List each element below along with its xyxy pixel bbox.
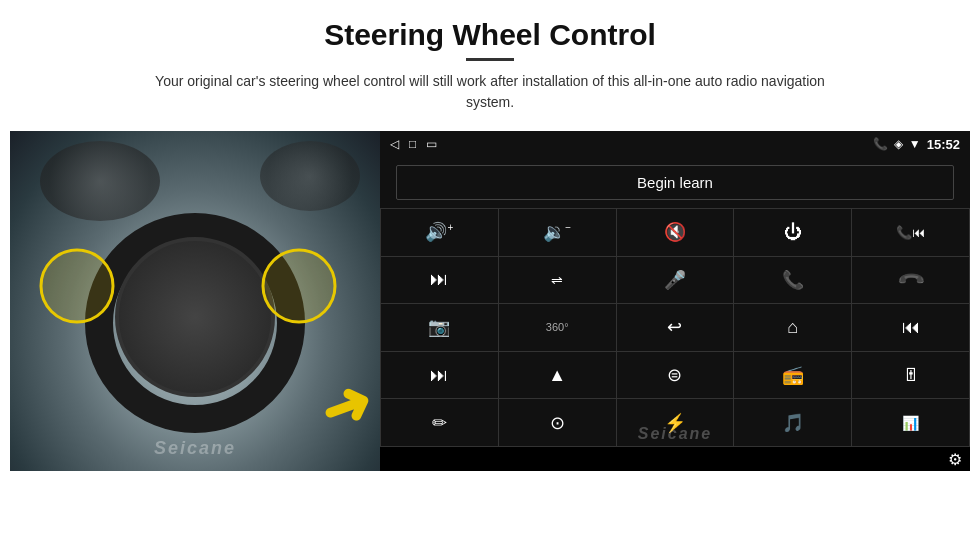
title-section: Steering Wheel Control Your original car…: [140, 18, 840, 125]
mic-button[interactable]: 🎤: [617, 257, 734, 304]
home-nav-icon[interactable]: □: [409, 137, 416, 151]
power-icon: ⏻: [784, 222, 802, 243]
hang-up-icon: 📞: [895, 264, 926, 295]
head-unit: ◁ □ ▭ 📞 ◈ ▼ 15:52 Begin learn: [380, 131, 970, 471]
steering-wheel-image: ➜ Seicane: [10, 131, 380, 471]
navigate-button[interactable]: ▲: [499, 352, 616, 399]
camera-icon: 📷: [428, 316, 450, 338]
camera-button[interactable]: 📷: [381, 304, 498, 351]
status-left: ◁ □ ▭: [390, 137, 437, 151]
status-time: 15:52: [927, 137, 960, 152]
bluetooth-button[interactable]: ⚡: [617, 399, 734, 446]
subtitle: Your original car's steering wheel contr…: [140, 71, 840, 113]
bluetooth-icon: ⚡: [664, 412, 686, 434]
vol-up-button[interactable]: 🔊+: [381, 209, 498, 256]
next-track-button[interactable]: ⏭: [381, 257, 498, 304]
navigate-icon: ▲: [548, 365, 566, 386]
bottom-bar: ⚙: [380, 447, 970, 471]
back-icon: ↩: [667, 316, 682, 338]
radio-button[interactable]: 📻: [734, 352, 851, 399]
music-button[interactable]: 🎵: [734, 399, 851, 446]
vol-down-button[interactable]: 🔉−: [499, 209, 616, 256]
phone-icon: 📞: [782, 269, 804, 291]
page-title: Steering Wheel Control: [140, 18, 840, 52]
head-unit-wrapper: ◁ □ ▭ 📞 ◈ ▼ 15:52 Begin learn: [380, 131, 970, 471]
mic-icon: 🎤: [664, 269, 686, 291]
recents-nav-icon[interactable]: ▭: [426, 137, 437, 151]
shuffle-icon: ⇌: [551, 272, 563, 288]
hang-up-button[interactable]: 📞: [852, 257, 969, 304]
call-prev-button[interactable]: 📞⏮: [852, 209, 969, 256]
next-track-icon: ⏭: [430, 269, 448, 290]
button-circle-right: [261, 249, 336, 324]
button-circle-left: [39, 249, 114, 324]
gauge-left: [40, 141, 160, 221]
power-button[interactable]: ⏻: [734, 209, 851, 256]
vol-down-icon: 🔉−: [543, 221, 571, 243]
skip-back-icon: ⏮: [902, 317, 920, 338]
vol-up-icon: 🔊+: [425, 221, 453, 243]
gauge-right: [260, 141, 360, 211]
mixer-button[interactable]: 🎚: [852, 352, 969, 399]
radio-icon: 📻: [782, 364, 804, 386]
status-right: 📞 ◈ ▼ 15:52: [873, 137, 960, 152]
back-nav-icon[interactable]: ◁: [390, 137, 399, 151]
equalizer-icon: ⊜: [667, 364, 682, 386]
skip-back-button[interactable]: ⏮: [852, 304, 969, 351]
pen-button[interactable]: ✏: [381, 399, 498, 446]
seicane-watermark-left: Seicane: [154, 438, 236, 459]
home-button[interactable]: ⌂: [734, 304, 851, 351]
360-icon: 360°: [546, 321, 569, 333]
controls-grid: 🔊+ 🔉− 🔇 ⏻ 📞⏮ ⏭: [380, 208, 970, 447]
begin-learn-section: Begin learn: [380, 157, 970, 208]
360-button[interactable]: 360°: [499, 304, 616, 351]
circle-button[interactable]: ⊙: [499, 399, 616, 446]
vol-mute-icon: 🔇: [664, 221, 686, 243]
phone-status-icon: 📞: [873, 137, 888, 151]
content-row: ➜ Seicane ◁ □ ▭ 📞 ◈ ▼ 15:52: [10, 131, 970, 471]
bars-icon: 📊: [902, 415, 919, 431]
begin-learn-button[interactable]: Begin learn: [396, 165, 954, 200]
home-icon: ⌂: [787, 317, 798, 338]
location-status-icon: ◈: [894, 137, 903, 151]
settings-icon[interactable]: ⚙: [948, 450, 962, 469]
shuffle-button[interactable]: ⇌: [499, 257, 616, 304]
back-button[interactable]: ↩: [617, 304, 734, 351]
fast-forward-button[interactable]: ⏭: [381, 352, 498, 399]
status-bar: ◁ □ ▭ 📞 ◈ ▼ 15:52: [380, 131, 970, 157]
phone-button[interactable]: 📞: [734, 257, 851, 304]
fast-forward-icon: ⏭: [430, 365, 448, 386]
mixer-icon: 🎚: [902, 365, 920, 386]
bars-button[interactable]: 📊: [852, 399, 969, 446]
music-icon: 🎵: [782, 412, 804, 434]
pen-icon: ✏: [432, 412, 447, 434]
call-prev-icon: 📞⏮: [896, 225, 925, 240]
equalizer-button[interactable]: ⊜: [617, 352, 734, 399]
page-wrapper: Steering Wheel Control Your original car…: [0, 0, 980, 544]
steering-wheel-center: [115, 237, 275, 397]
title-underline: [466, 58, 514, 61]
vol-mute-button[interactable]: 🔇: [617, 209, 734, 256]
circle-icon: ⊙: [550, 412, 565, 434]
wifi-status-icon: ▼: [909, 137, 921, 151]
